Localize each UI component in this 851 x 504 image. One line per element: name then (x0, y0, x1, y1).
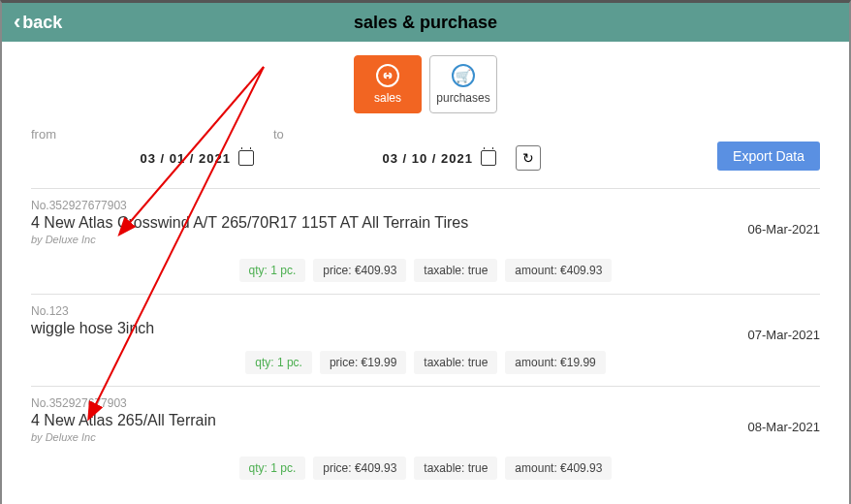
back-label: back (22, 13, 62, 33)
from-date-filter: from 03 / 01 / 2021 (31, 127, 254, 171)
tab-group: sales 🛒 purchases (2, 42, 849, 121)
to-date-value: 03 / 10 / 2021 (382, 151, 473, 166)
back-button[interactable]: ‹ back (14, 10, 62, 35)
from-date-value: 03 / 01 / 2021 (140, 151, 231, 166)
record-chips: qty: 1 pc.price: €19.99taxable: trueamou… (31, 351, 820, 374)
record-title: 4 New Atlas 265/All Terrain (31, 412, 820, 429)
record: No.3529276779034 New Atlas Crosswind A/T… (31, 188, 820, 294)
chevron-left-icon: ‹ (14, 10, 20, 35)
record-chips: qty: 1 pc.price: €409.93taxable: trueamo… (31, 457, 820, 480)
record-date: 06-Mar-2021 (748, 222, 820, 236)
record-number: No.352927677903 (31, 199, 820, 212)
cart-icon: 🛒 (452, 64, 475, 87)
calendar-icon (238, 150, 254, 166)
qty-chip: qty: 1 pc. (239, 259, 306, 282)
filter-bar: from 03 / 01 / 2021 to 03 / 10 / 2021 ↻ … (2, 121, 849, 178)
record-vendor: by Deluxe Inc (31, 431, 820, 443)
taxable-chip: taxable: true (414, 351, 497, 374)
refresh-button[interactable]: ↻ (516, 145, 541, 171)
price-chip: price: €19.99 (320, 351, 406, 374)
tab-purchases-label: purchases (436, 91, 489, 105)
export-data-button[interactable]: Export Data (717, 142, 820, 171)
from-label: from (31, 127, 254, 142)
header: ‹ back sales & purchase (2, 3, 849, 42)
page-title: sales & purchase (354, 13, 497, 33)
record-vendor: by Deluxe Inc (31, 234, 820, 245)
amount-chip: amount: €19.99 (505, 351, 605, 374)
record-chips: qty: 1 pc.price: €409.93taxable: trueamo… (31, 259, 820, 282)
record-title: wiggle hose 3inch (31, 320, 820, 337)
record-date: 08-Mar-2021 (748, 420, 820, 434)
tab-purchases[interactable]: 🛒 purchases (429, 55, 497, 113)
to-label: to (273, 127, 496, 142)
record: No.123wiggle hose 3inch07-Mar-2021qty: 1… (31, 294, 820, 386)
record-title: 4 New Atlas Crosswind A/T 265/70R17 115T… (31, 214, 820, 232)
record-date: 07-Mar-2021 (748, 328, 820, 342)
price-chip: price: €409.93 (313, 259, 406, 282)
record-number: No.123 (31, 304, 820, 318)
to-date-input[interactable]: 03 / 10 / 2021 (273, 145, 496, 171)
record: No.3529276779034 New Atlas 265/All Terra… (31, 386, 820, 491)
amount-chip: amount: €409.93 (505, 457, 612, 480)
taxable-chip: taxable: true (414, 457, 497, 480)
calendar-icon (481, 150, 496, 166)
record-number: No.352927677903 (31, 396, 820, 410)
refresh-icon: ↻ (522, 150, 534, 166)
to-date-filter: to 03 / 10 / 2021 (273, 127, 496, 171)
qty-chip: qty: 1 pc. (239, 457, 306, 480)
qty-chip: qty: 1 pc. (245, 351, 312, 374)
amount-chip: amount: €409.93 (505, 259, 612, 282)
tab-sales-label: sales (374, 91, 401, 105)
price-chip: price: €409.93 (313, 457, 406, 480)
taxable-chip: taxable: true (414, 259, 497, 282)
from-date-input[interactable]: 03 / 01 / 2021 (31, 145, 254, 171)
tab-sales[interactable]: sales (354, 55, 422, 113)
link-icon (376, 64, 399, 87)
